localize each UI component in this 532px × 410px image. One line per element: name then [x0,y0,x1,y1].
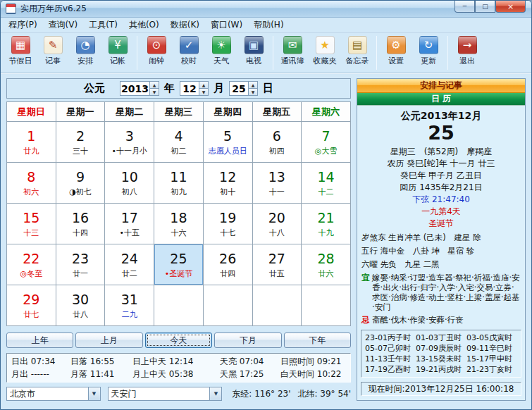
toolbar-button-weather[interactable]: ☀天气 [205,35,237,66]
toolbar-button-favorites[interactable]: ★收藏夹 [309,35,341,66]
next-year-button[interactable]: 下年 [284,333,351,348]
menu-item[interactable]: 其他(O) [123,17,165,33]
toolbar-button-alarm-clock[interactable]: ⊙闹钟 [140,35,173,66]
toolbar-button-update[interactable]: ↻更新 [412,35,445,66]
date-selector: 公元 2013 ▲ ▼ 年 12 ▲ ▼ 月 [6,78,351,99]
toolbar-button-contacts[interactable]: ✉通讯簿 [276,35,309,66]
toolbar-button-ledger[interactable]: ¥记帐 [101,35,134,66]
calendar-weekday-header: 星期一 [56,102,105,122]
calendar-day-cell-16[interactable]: 16十四 [56,204,105,244]
calendar-day-cell-10[interactable]: 10初八 [105,163,154,204]
calendar-day-cell-2[interactable]: 2三十 [56,122,105,163]
window-title: 实用万年历v6.25 [20,3,87,15]
hour-period-cell: 17-19乙酉时 [365,364,416,375]
menu-item[interactable]: 帮助(H) [248,17,289,33]
day-number: 16 [56,210,105,225]
day-number: 28 [302,251,350,266]
toolbar-button-schedule[interactable]: ◔安排 [69,35,101,66]
site-select[interactable]: 天安门 ▼ [108,387,223,401]
day-down-button[interactable]: ▼ [248,89,258,96]
toolbar-button-label: 电视 [246,56,261,66]
day-lunar-label: 十二 [302,187,350,197]
calendar-day-cell-25[interactable]: 25•圣诞节 [154,244,204,285]
toolbar-button-tv[interactable]: ▣电视 [237,35,270,66]
calendar-detail-header[interactable]: 日 历 [357,93,525,106]
sun-moon-row: 月出 ------月落 11:41月上中天 05:38天黑 17:25白天时间 … [11,368,346,380]
day-lunar-label: 二九 [105,309,154,320]
calendar-day-cell-28[interactable]: 28廿六 [302,244,351,285]
prev-month-button[interactable]: 上月 [75,333,142,348]
calendar-day-cell-7[interactable]: 7◎大雪 [302,122,351,163]
calendar-week-row: 22◎冬至23廿一24廿二25•圣诞节26廿四27廿五28廿六 [7,244,351,285]
calendar-day-cell-11[interactable]: 11初九 [154,163,204,204]
toolbar-button-time-sync[interactable]: ✓校时 [173,35,205,66]
calendar-day-cell-4[interactable]: 4初二 [154,122,204,163]
schedule-notes-header[interactable]: 安排与记事 [357,79,525,93]
month-value[interactable]: 12 [180,81,199,96]
year-up-button[interactable]: ▲ [149,81,159,89]
close-button[interactable]: × [495,1,526,13]
day-number: 4 [154,128,203,144]
lunar-date-line: 农历 癸巳[蛇]年 十一月 廿三 [361,158,521,170]
calendar-day-cell-22[interactable]: 22◎冬至 [7,244,56,285]
site-dropdown-icon[interactable]: ▼ [209,387,221,400]
toolbar-button-settings[interactable]: ⚙设置 [380,35,412,66]
day-number: 8 [7,169,56,185]
menu-item[interactable]: 程序(P) [3,17,43,33]
minimize-button[interactable]: ─ [454,1,475,13]
calendar-day-cell-18[interactable]: 18十六 [154,204,204,244]
day-lunar-label: 十七 [204,228,252,238]
calendar-day-cell-12[interactable]: 12初十 [203,163,252,204]
calendar-day-cell-3[interactable]: 3•十一月小 [105,122,154,163]
toolbar-button-exit[interactable]: →退出 [451,35,483,66]
inauspicious-items: 斋醮·伐木·作梁·安葬·行丧 [372,315,521,325]
month-down-button[interactable]: ▼ [199,89,209,96]
calendar-day-cell-15[interactable]: 15十三 [7,204,56,244]
day-lunar-label: 廿一 [56,268,105,279]
month-up-button[interactable]: ▲ [199,81,209,89]
year-down-button[interactable]: ▼ [149,89,159,96]
toolbar-button-memo[interactable]: ▤备忘录 [341,35,373,66]
maximize-button[interactable]: □ [475,1,495,13]
calendar-day-cell-13[interactable]: 13十一 [252,163,302,204]
menu-item[interactable]: 窗口(W) [205,17,248,33]
calendar-day-cell-19[interactable]: 19十七 [203,204,252,244]
calendar-day-cell-26[interactable]: 26廿四 [203,244,252,285]
calendar-day-cell-17[interactable]: 17•十五 [105,204,154,244]
menu-item[interactable]: 工具(T) [83,17,123,33]
calendar-day-cell-21[interactable]: 21十九 [302,204,351,244]
location-bar: 北京市 ▼ 天安门 ▼ 东经: 116° 23' 北纬: 39° 54' [6,387,351,401]
toolbar-button-holiday-calendar[interactable]: ▦节假日 [4,35,37,66]
toolbar-button-label: 安排 [78,56,93,66]
day-detail-panel: 公元2013年12月 25 星期三 (第52周) 摩羯座 农历 癸巳[蛇]年 十… [357,106,525,326]
calendar-day-cell-29[interactable]: 29廿七 [7,285,56,326]
toolbar-button-notes[interactable]: ✎记事 [37,35,69,66]
calendar-day-cell-1[interactable]: 1廿九 [7,122,56,163]
menu-item[interactable]: 数据(K) [165,17,205,33]
calendar-day-cell-24[interactable]: 24廿二 [105,244,154,285]
city-dropdown-icon[interactable]: ▼ [88,387,100,400]
calendar-day-cell-8[interactable]: 8初六 [7,163,56,204]
calendar-day-cell-14[interactable]: 14十二 [302,163,351,204]
calendar-day-cell-20[interactable]: 20十八 [252,204,302,244]
next-month-button[interactable]: 下月 [214,333,281,348]
memo-icon: ▤ [348,36,367,54]
day-up-button[interactable]: ▲ [248,81,258,89]
today-button[interactable]: 今天 [145,333,212,348]
year-value[interactable]: 2013 [120,81,149,96]
calendar-day-cell-30[interactable]: 30廿八 [56,285,105,326]
calendar-day-cell-6[interactable]: 6初四 [252,122,302,163]
calendar-day-cell-31[interactable]: 31二九 [105,285,154,326]
calendar-day-cell-27[interactable]: 27廿五 [252,244,302,285]
exit-icon: → [458,36,477,54]
hour-period-cell: 19-21丙戌时 [416,364,466,375]
city-select[interactable]: 北京市 ▼ [6,387,101,401]
calendar-day-cell-9[interactable]: 9◑初七 [56,163,105,204]
calendar-day-cell-5[interactable]: 5志愿人员日 [203,122,252,163]
prev-year-button[interactable]: 上年 [6,333,73,348]
day-number: 3 [105,128,154,144]
calendar-day-cell-23[interactable]: 23廿一 [56,244,105,285]
day-value[interactable]: 25 [229,81,248,96]
menu-item[interactable]: 查询(V) [43,17,84,33]
sun-moon-panel: 日出 07:34日落 16:55日上中天 12:14天亮 07:04日照时间 0… [6,353,351,383]
